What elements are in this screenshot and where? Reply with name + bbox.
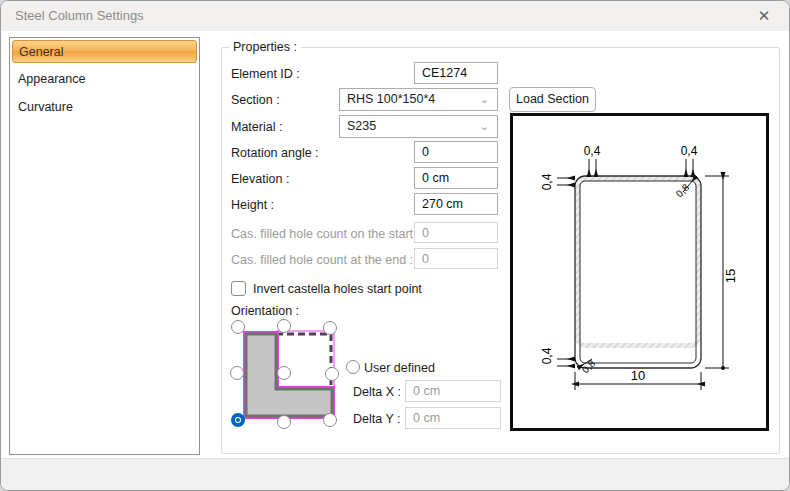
orientation-radio-bottom-center[interactable] — [277, 415, 291, 429]
sidebar-item-appearance[interactable]: Appearance — [12, 68, 197, 91]
rotation-angle-field[interactable] — [414, 141, 498, 163]
user-defined-radio[interactable] — [346, 360, 360, 374]
cas-hole-end-field — [414, 248, 498, 269]
elevation-field[interactable] — [414, 167, 498, 189]
orientation-radio-top-left[interactable] — [231, 320, 245, 334]
element-id-label: Element ID : — [231, 67, 300, 81]
orientation-label: Orientation : — [231, 304, 299, 318]
orientation-radio-top-center[interactable] — [277, 319, 291, 333]
section-select[interactable]: RHS 100*150*4 ⌄ — [339, 88, 498, 111]
height-label: Height : — [231, 198, 274, 212]
material-select[interactable]: S235 ⌄ — [339, 115, 498, 138]
cas-hole-end-label: Cas. filled hole count at the end : — [231, 253, 413, 267]
delta-y-field — [405, 407, 501, 429]
chevron-down-icon: ⌄ — [480, 120, 489, 133]
sidebar-item-curvature[interactable]: Curvature — [12, 96, 197, 119]
title-bar: Steel Column Settings ✕ — [1, 1, 789, 31]
dialog-footer: OK Cancel — [1, 458, 789, 491]
sidebar-item-general[interactable]: General — [12, 40, 197, 63]
orientation-radio-bottom-right[interactable] — [323, 413, 337, 427]
orientation-radio-middle-right[interactable] — [325, 367, 339, 381]
dim-radius-bottom-left: 0,8 — [580, 357, 598, 375]
category-list: General Appearance Curvature — [9, 37, 200, 455]
dim-height: 15 — [723, 269, 738, 283]
dim-thickness-left-bottom: 0,4 — [540, 347, 554, 364]
steel-column-settings-dialog: Steel Column Settings ✕ General Appearan… — [0, 0, 790, 491]
material-value: S235 — [347, 119, 376, 133]
delta-y-label: Delta Y : — [353, 412, 401, 426]
load-section-button[interactable]: Load Section — [509, 87, 596, 112]
dialog-title: Steel Column Settings — [15, 8, 144, 23]
chevron-down-icon: ⌄ — [480, 93, 489, 106]
dim-thickness-left-top: 0,4 — [540, 173, 554, 190]
dim-radius-top-right: 0,8 — [674, 181, 692, 199]
delta-x-label: Delta X : — [353, 385, 401, 399]
cas-hole-start-field — [414, 222, 498, 243]
dim-thickness-top-right: 0,4 — [681, 144, 698, 158]
orientation-radio-middle-left[interactable] — [230, 366, 244, 380]
section-value: RHS 100*150*4 — [347, 92, 435, 106]
rotation-angle-label: Rotation angle : — [231, 146, 319, 160]
orientation-radio-center[interactable] — [277, 366, 291, 380]
orientation-widget — [229, 319, 347, 435]
height-field[interactable] — [414, 193, 498, 215]
elevation-label: Elevation : — [231, 172, 289, 186]
section-drawing: 0,4 0,4 0,4 0,4 0,8 0,8 — [513, 116, 766, 428]
delta-x-field — [405, 380, 501, 402]
cas-hole-start-label: Cas. filled hole count on the start : — [231, 227, 420, 241]
invert-castella-checkbox[interactable] — [231, 281, 246, 296]
invert-castella-label: Invert castella holes start point — [253, 282, 422, 296]
element-id-field[interactable] — [414, 62, 498, 84]
section-preview: 0,4 0,4 0,4 0,4 0,8 0,8 — [510, 113, 769, 431]
section-label: Section : — [231, 93, 280, 107]
material-label: Material : — [231, 120, 282, 134]
close-icon[interactable]: ✕ — [749, 5, 779, 27]
orientation-radio-top-right[interactable] — [323, 321, 337, 335]
properties-group-label: Properties : — [229, 40, 301, 54]
user-defined-label: User defined — [364, 361, 435, 375]
orientation-radio-bottom-left[interactable] — [231, 413, 245, 427]
dim-width: 10 — [631, 368, 645, 383]
dim-thickness-top-left: 0,4 — [584, 144, 601, 158]
